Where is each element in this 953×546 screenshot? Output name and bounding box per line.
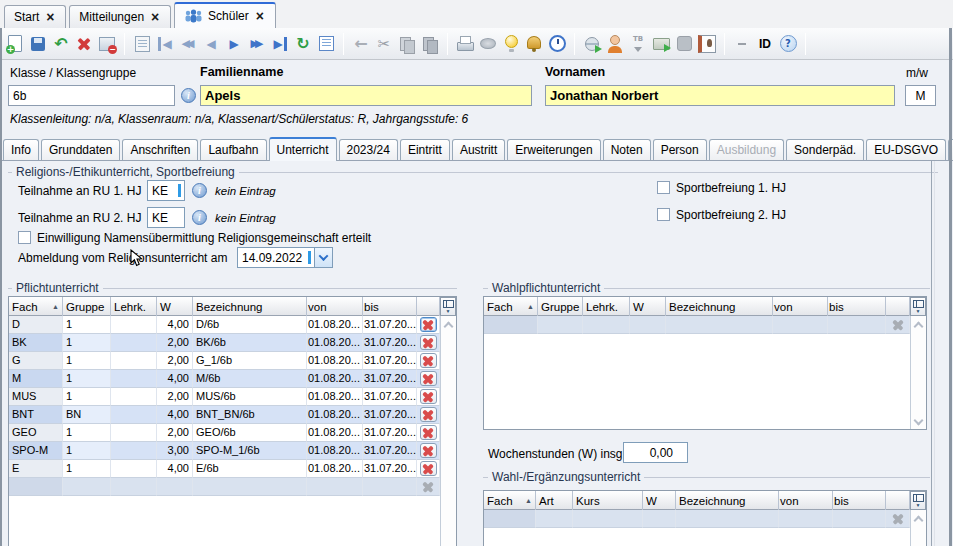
details-list-icon[interactable]	[316, 33, 336, 55]
cut-icon[interactable]	[374, 33, 394, 55]
pflicht-row[interactable]: E 1 4,00 E/6b 01.08.20... 31.07.20...	[9, 460, 456, 478]
detail-tab[interactable]: Info	[3, 139, 39, 160]
column-header[interactable]: W	[643, 491, 676, 510]
column-header[interactable]: Art	[536, 491, 573, 510]
delete-row-button[interactable]	[420, 461, 437, 476]
column-chooser-button[interactable]	[440, 297, 456, 316]
scroll-up-icon[interactable]	[444, 322, 454, 332]
pflicht-row[interactable]: BNT BN 4,00 BNT_BN/6b 01.08.20... 31.07.…	[9, 406, 456, 424]
ru1-info-icon[interactable]	[192, 183, 207, 198]
column-header[interactable]: bis	[833, 491, 886, 510]
pflicht-row[interactable]: D 1 4,00 D/6b 01.08.20... 31.07.20...	[9, 316, 456, 334]
tab-close-icon[interactable]	[149, 10, 161, 25]
pflicht-row[interactable]: SPO-M 1 3,00 SPO-M_1/6b 01.08.20... 31.0…	[9, 442, 456, 460]
detail-tab[interactable]: 2023/24	[339, 139, 398, 160]
delete-record-icon[interactable]	[74, 33, 94, 55]
pflicht-row[interactable]: GEO 1 2,00 GEO/6b 01.08.20... 31.07.20..…	[9, 424, 456, 442]
help-icon[interactable]	[778, 33, 798, 55]
column-header[interactable]: Gruppe	[63, 297, 111, 316]
remove-form-icon[interactable]	[97, 33, 117, 55]
column-header[interactable]: von	[773, 297, 828, 316]
web-export-icon[interactable]	[582, 33, 602, 55]
refresh-icon[interactable]	[293, 33, 313, 55]
grid-scrollbar[interactable]	[440, 297, 456, 546]
nav-first-icon[interactable]	[155, 33, 175, 55]
column-chooser-button[interactable]	[910, 491, 926, 510]
wochenstunden-input[interactable]: 0,00	[623, 442, 688, 463]
klasse-info-icon[interactable]	[181, 88, 196, 103]
detail-tab[interactable]: Person	[653, 139, 707, 160]
column-header[interactable]: Bezeichnung	[666, 297, 773, 316]
pflicht-row[interactable]: BK 1 2,00 BK/6b 01.08.20... 31.07.20...	[9, 334, 456, 352]
reminder-clock-icon[interactable]	[547, 33, 567, 55]
tab-close-icon[interactable]	[44, 10, 56, 25]
undo-icon[interactable]	[51, 33, 71, 55]
delete-row-button[interactable]	[420, 425, 437, 440]
nav-back-icon[interactable]	[201, 33, 221, 55]
delete-row-button[interactable]	[420, 443, 437, 458]
klasse-input[interactable]: 6b	[8, 85, 175, 106]
delete-row-button[interactable]	[420, 407, 437, 422]
column-header[interactable]: bis	[363, 297, 417, 316]
student-icon[interactable]	[605, 33, 625, 55]
sportbefreiung1-checkbox[interactable]	[657, 181, 670, 194]
ru1-input[interactable]: KE	[147, 180, 185, 201]
nav-last-icon[interactable]	[270, 33, 290, 55]
einwilligung-checkbox[interactable]	[18, 231, 31, 244]
document-tab[interactable]: Schüler	[174, 2, 276, 28]
detail-tab[interactable]: Ausbildung	[709, 139, 784, 160]
column-chooser-button[interactable]	[910, 297, 926, 316]
column-header[interactable]: Fach	[9, 297, 63, 316]
pflicht-row[interactable]: M 1 4,00 M/6b 01.08.20... 31.07.20...	[9, 370, 456, 388]
detail-tab[interactable]: Sonderpäd.	[786, 139, 864, 160]
copy-icon[interactable]	[397, 33, 417, 55]
scroll-down-icon[interactable]	[914, 416, 924, 426]
detail-tab[interactable]: Austritt	[452, 139, 505, 160]
column-header[interactable]: von	[307, 297, 363, 316]
paste-icon[interactable]	[420, 33, 440, 55]
column-header[interactable]: Lehrk.	[111, 297, 157, 316]
detail-tab[interactable]: Eintritt	[400, 139, 450, 160]
abmeldung-date-picker[interactable]: 14.09.2022	[237, 247, 333, 268]
column-header[interactable]: Kurs	[573, 491, 643, 510]
column-header[interactable]: Bezeichnung	[193, 297, 307, 316]
nav-fast-forward-icon[interactable]	[247, 33, 267, 55]
ru2-input[interactable]: KE	[147, 207, 185, 228]
address-book-icon[interactable]	[697, 33, 717, 55]
column-header[interactable]: W	[157, 297, 193, 316]
column-header[interactable]: Fach	[484, 491, 536, 510]
history-back-icon[interactable]	[351, 33, 371, 55]
new-record-icon[interactable]	[5, 33, 25, 55]
tab-close-icon[interactable]	[254, 9, 266, 24]
copy-table-icon[interactable]	[132, 33, 152, 55]
pflicht-row[interactable]: G 1 2,00 G_1/6b 01.08.20... 31.07.20...	[9, 352, 456, 370]
column-header[interactable]: Bezeichnung	[676, 491, 779, 510]
delete-row-button[interactable]	[420, 317, 437, 332]
mw-input[interactable]: M	[905, 85, 936, 106]
delete-row-button[interactable]	[420, 389, 437, 404]
column-header[interactable]: Fach	[484, 297, 538, 316]
column-header[interactable]: Gruppe	[538, 297, 583, 316]
sportbefreiung2-checkbox[interactable]	[657, 208, 670, 221]
column-header[interactable]: Lehrk.	[583, 297, 630, 316]
delete-row-button[interactable]	[420, 371, 437, 386]
detail-tab[interactable]: Anschriften	[122, 139, 198, 160]
ru2-info-icon[interactable]	[192, 210, 207, 225]
familienname-input[interactable]: Apels	[200, 85, 532, 106]
detail-tab[interactable]: Unterricht	[269, 137, 337, 161]
document-tab[interactable]: Mitteilungen	[69, 5, 171, 28]
print-icon[interactable]	[455, 33, 475, 55]
scroll-up-icon[interactable]	[914, 322, 924, 332]
pflicht-row[interactable]: MUS 1 2,00 MUS/6b 01.08.20... 31.07.20..…	[9, 388, 456, 406]
detail-tab[interactable]: Grunddaten	[41, 139, 120, 160]
nav-forward-icon[interactable]	[224, 33, 244, 55]
detail-tab[interactable]: Noten	[603, 139, 651, 160]
document-tab[interactable]: Start	[4, 5, 66, 28]
detail-tab[interactable]: Erweiterungen	[507, 139, 600, 160]
nav-fast-back-icon[interactable]	[178, 33, 198, 55]
grid-scrollbar[interactable]	[910, 297, 926, 429]
folder-export-icon[interactable]	[651, 33, 671, 55]
delete-row-button[interactable]	[420, 335, 437, 350]
save-icon[interactable]	[28, 33, 48, 55]
date-dropdown-button[interactable]	[314, 247, 333, 268]
